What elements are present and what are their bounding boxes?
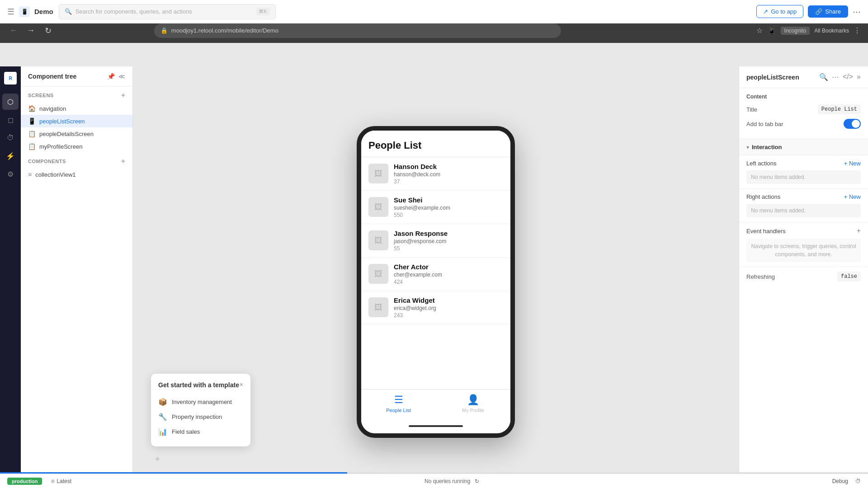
item-num-1: 550 (394, 212, 450, 218)
right-panel-header: peopleListScreen 🔍 ⋯ </> » (739, 66, 868, 88)
sidebar-icon-history[interactable]: ⏱ (2, 130, 19, 146)
share-button[interactable]: 🔗 Share (808, 5, 848, 18)
add-component-button[interactable]: + (121, 157, 125, 165)
avatar-1: 🖼 (368, 197, 388, 217)
rp-event-add-button[interactable]: + (857, 227, 861, 235)
screen-item-myprofile[interactable]: 📋 myProfileScreen (21, 140, 132, 153)
time-travel-icon[interactable]: ⏱ (855, 478, 861, 484)
peopledetails-icon: 📋 (28, 130, 36, 137)
incognito-badge: Incognito (781, 27, 810, 35)
sidebar-icon-query[interactable]: ⚡ (2, 148, 19, 164)
app-logo: R (4, 72, 17, 84)
tree-collapse-icon[interactable]: ≪ (118, 73, 125, 80)
phone-list-item-2[interactable]: 🖼 Jason Response jason@response.com 55 (361, 224, 510, 258)
component-label-collection: collectionView1 (35, 171, 75, 178)
back-button[interactable]: ← (7, 24, 20, 37)
rp-more-icon[interactable]: ⋯ (832, 73, 839, 81)
template-item-inventory[interactable]: 📦 Inventory management (158, 394, 243, 409)
phone-list-item-3[interactable]: 🖼 Cher Actor cher@example.com 424 (361, 258, 510, 291)
debug-button[interactable]: Debug (832, 478, 848, 484)
tree-pin-icon[interactable]: 📌 (107, 73, 115, 80)
retool-watermark: ✦ (154, 454, 161, 465)
rp-tab-bar-label: Add to tab bar (746, 121, 783, 127)
rp-event-hint: Navigate to screens, trigger queries, co… (746, 239, 861, 262)
search-bar[interactable]: 🔍 Search for components, queries, and ac… (59, 4, 276, 19)
property-label: Property inspection (172, 413, 222, 420)
sidebar-icon-settings[interactable]: ⚙ (2, 166, 19, 182)
avatar-4: 🖼 (368, 297, 388, 317)
canvas-content: People List 🖼 Hanson Deck hanson@deck.co… (133, 90, 739, 474)
progress-fill (0, 472, 347, 474)
more-options-button[interactable]: ⋯ (853, 7, 861, 17)
phone-list-item-4[interactable]: 🖼 Erica Widget erica@widget.org 243 (361, 291, 510, 324)
latest-dot-icon (51, 479, 55, 483)
phone-tab-myprofile[interactable]: 👤 My Profile (436, 394, 510, 413)
forward-button[interactable]: → (24, 24, 37, 37)
sidebar-toggle-icon[interactable]: ☰ (7, 7, 14, 17)
item-info-3: Cher Actor cher@example.com 424 (394, 263, 442, 285)
template-item-property[interactable]: 🔧 Property inspection (158, 409, 243, 424)
sidebar-icon-layers[interactable]: ⬡ (2, 94, 19, 110)
app-name: Demo (34, 8, 53, 15)
rp-refreshing-field: Refreshing false (746, 272, 861, 282)
phone-list-item-0[interactable]: 🖼 Hanson Deck hanson@deck.com 37 (361, 157, 510, 191)
components-label: COMPONENTS (28, 159, 66, 164)
item-num-3: 424 (394, 279, 442, 285)
item-info-0: Hanson Deck hanson@deck.com 37 (394, 163, 440, 185)
rp-refreshing-value[interactable]: false (837, 272, 861, 282)
template-popup: Get started with a template × 📦 Inventor… (151, 374, 250, 446)
template-item-fieldsales[interactable]: 📊 Field sales (158, 424, 243, 439)
canvas-area: People List 🖼 Hanson Deck hanson@deck.co… (133, 66, 739, 474)
sidebar-icon-components[interactable]: ◻ (2, 112, 19, 128)
goto-app-button[interactable]: ↗ Go to app (756, 5, 803, 18)
navigation-icon: 🏠 (28, 105, 36, 112)
component-item-collection[interactable]: ≡ collectionView1 (21, 168, 132, 181)
rp-right-actions-header: Right actions + New (746, 193, 861, 200)
screen-item-peoplelist[interactable]: 📱 peopleListScreen (21, 115, 132, 127)
latest-badge[interactable]: Latest (51, 478, 71, 484)
item-num-2: 55 (394, 245, 448, 252)
item-info-1: Sue Shei sueshei@example.com 550 (394, 196, 450, 218)
bookmarks-label: All Bookmarks (814, 28, 849, 34)
status-bar: production Latest No queries running ↻ D… (0, 474, 868, 488)
item-name-4: Erica Widget (394, 296, 436, 304)
fieldsales-icon: 📊 (158, 427, 167, 436)
phone-screen-header: People List (361, 131, 510, 157)
rp-refreshing-section: Refreshing false (739, 267, 868, 291)
production-badge[interactable]: production (7, 478, 42, 485)
rp-refreshing-label: Refreshing (746, 273, 775, 280)
rp-title-value[interactable]: People List (818, 104, 861, 114)
panel-header-actions: 📌 ≪ (107, 73, 125, 80)
toolbar-right: ↗ Go to app 🔗 Share ⋯ (756, 5, 861, 18)
url-text: moodjoy1.retool.com/mobile/editor/Demo (171, 27, 278, 34)
screen-item-peopledetails[interactable]: 📋 peopleDetailsScreen (21, 127, 132, 140)
status-right: Debug ⏱ (832, 478, 861, 484)
inventory-icon: 📦 (158, 398, 167, 406)
item-email-3: cher@example.com (394, 272, 442, 278)
rp-right-actions-empty: No menu items added. (746, 204, 861, 217)
refresh-queries-icon[interactable]: ↻ (475, 478, 479, 484)
inventory-label: Inventory management (172, 399, 232, 405)
avatar-0: 🖼 (368, 164, 388, 183)
rp-left-actions-add[interactable]: + New (844, 160, 861, 167)
screen-item-navigation[interactable]: 🏠 navigation (21, 102, 132, 115)
phone-list-item-1[interactable]: 🖼 Sue Shei sueshei@example.com 550 (361, 191, 510, 224)
bookmark-icon[interactable]: ☆ (756, 26, 763, 35)
add-screen-button[interactable]: + (121, 91, 125, 99)
rp-right-actions-add[interactable]: + New (844, 193, 861, 200)
more-menu-icon[interactable]: ⋮ (854, 26, 861, 35)
phone-home-indicator (409, 425, 463, 427)
phone-tab-peoplelist[interactable]: ☰ People List (361, 394, 436, 413)
rp-tab-bar-toggle[interactable] (844, 119, 861, 129)
interaction-collapse-icon[interactable]: ▾ (746, 144, 749, 150)
rp-search-icon[interactable]: 🔍 (819, 73, 828, 81)
address-bar[interactable]: 🔒 moodjoy1.retool.com/mobile/editor/Demo (154, 23, 561, 38)
phone-icon[interactable]: 📱 (767, 26, 776, 35)
template-close-button[interactable]: × (240, 381, 243, 388)
rp-code-icon[interactable]: </> (843, 73, 853, 81)
refresh-button[interactable]: ↻ (42, 24, 54, 37)
screen-label-myprofile: myProfileScreen (39, 143, 82, 150)
icon-sidebar: R ⬡ ◻ ⏱ ⚡ ⚙ (0, 66, 21, 474)
rp-expand-icon[interactable]: » (857, 73, 861, 81)
component-tree-panel: Component tree 📌 ≪ SCREENS + 🏠 navigatio… (21, 66, 133, 474)
